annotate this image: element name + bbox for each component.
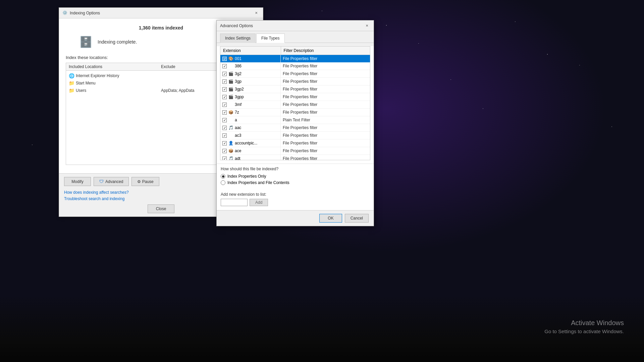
ok-button[interactable]: OK — [319, 214, 342, 223]
location-startmenu: 📁 Start Menu — [69, 80, 161, 86]
file-type-icon: 📦 — [228, 148, 233, 153]
file-type-filter: File Properties filter — [281, 139, 370, 147]
startmenu-location-name: Start Menu — [76, 81, 96, 85]
file-type-checkbox[interactable]: ✓ — [222, 95, 227, 99]
file-type-checkbox[interactable]: ✓ — [222, 79, 227, 84]
startmenu-icon: 📁 — [69, 80, 74, 86]
activate-windows-watermark: Activate Windows Go to Settings to activ… — [544, 318, 624, 336]
file-type-filter: Plain Text Filter — [281, 116, 370, 124]
location-users: 📁 Users — [69, 88, 161, 93]
file-table-row[interactable]: ✓386File Properties filter — [220, 62, 370, 70]
file-table-row[interactable]: ✓🎬3gp2File Properties filter — [220, 85, 370, 93]
users-icon: 📁 — [69, 88, 74, 93]
file-table-row[interactable]: ✓👤accountpic...File Properties filter — [220, 139, 370, 147]
extension-input[interactable] — [221, 199, 248, 206]
file-table-row[interactable]: ✓aPlain Text Filter — [220, 116, 370, 124]
activate-title: Activate Windows — [544, 318, 624, 328]
file-table-container[interactable]: Extension Filter Description ✓🎨001File P… — [220, 46, 370, 160]
advanced-dialog-titlebar: Advanced Options ✕ — [217, 20, 374, 31]
file-type-extension: 7z — [235, 110, 239, 115]
file-type-checkbox[interactable]: ✓ — [222, 118, 227, 122]
file-type-extension: a — [235, 118, 237, 122]
file-type-filter: File Properties filter — [281, 78, 370, 85]
tab-file-types-label: File Types — [261, 36, 279, 41]
pause-button[interactable]: ⚙ Pause — [131, 177, 159, 186]
file-type-icon: 🎵 — [228, 125, 233, 130]
file-type-checkbox[interactable]: ✓ — [222, 64, 227, 68]
file-type-filter: File Properties filter — [281, 147, 370, 155]
file-type-extension: 3gp — [235, 79, 241, 84]
indexing-title-area: ⚙️ Indexing Options — [62, 10, 100, 16]
tab-index-settings-label: Index Settings — [225, 36, 251, 41]
file-table-row[interactable]: ✓🎵aacFile Properties filter — [220, 124, 370, 132]
filter-column-header: Filter Description — [281, 47, 370, 55]
file-type-filter: File Properties filter — [281, 101, 370, 109]
file-type-checkbox[interactable]: ✓ — [222, 57, 227, 61]
file-type-extension: 386 — [235, 64, 241, 68]
indexing-window-controls: ✕ — [253, 10, 260, 16]
file-type-checkbox[interactable]: ✓ — [222, 87, 227, 92]
modify-button[interactable]: Modify — [64, 177, 91, 186]
file-type-extension: 3gpp — [235, 95, 244, 99]
file-type-extension: ac3 — [235, 133, 241, 138]
tabs-bar: Index Settings File Types — [217, 31, 374, 43]
pause-button-label: Pause — [142, 179, 154, 184]
file-table-row[interactable]: ✓3mfFile Properties filter — [220, 101, 370, 109]
advanced-close-button[interactable]: ✕ — [364, 22, 370, 29]
file-type-icon: 📦 — [228, 110, 233, 115]
radio-option-contents: Index Properties and File Contents — [221, 180, 370, 185]
add-extension-row: Add — [221, 199, 370, 206]
tab-index-settings[interactable]: Index Settings — [220, 34, 256, 43]
indexing-close-button[interactable]: ✕ — [253, 10, 260, 16]
users-location-name: Users — [76, 88, 86, 93]
file-type-filter: File Properties filter — [281, 93, 370, 101]
file-type-checkbox[interactable]: ✓ — [222, 149, 227, 153]
shield-icon: 🛡 — [99, 179, 104, 184]
indexing-window-title: Indexing Options — [70, 11, 100, 15]
file-type-checkbox[interactable]: ✓ — [222, 141, 227, 145]
file-type-extension: 3mf — [235, 102, 241, 107]
file-table-row[interactable]: ✓🎬3g2File Properties filter — [220, 70, 370, 78]
tab-file-types[interactable]: File Types — [256, 34, 284, 43]
indexing-status-icon: 🗄️ — [79, 36, 93, 48]
radio-properties-only[interactable] — [221, 174, 225, 179]
file-type-icon: 🎵 — [228, 156, 233, 160]
file-type-filter: File Properties filter — [281, 124, 370, 132]
file-type-checkbox[interactable]: ✓ — [222, 133, 227, 138]
file-table-row[interactable]: ✓🎬3gpFile Properties filter — [220, 78, 370, 85]
add-extension-button[interactable]: Add — [250, 199, 268, 206]
index-question: How should this file be indexed? — [221, 167, 370, 171]
file-type-icon: 🎬 — [228, 71, 233, 76]
radio-properties-contents[interactable] — [221, 180, 225, 185]
file-type-filter: File Properties filter — [281, 55, 370, 63]
file-table-row[interactable]: ✓📦aceFile Properties filter — [220, 147, 370, 155]
indexing-status-text: Indexing complete. — [98, 39, 137, 45]
radio-properties-only-label: Index Properties Only — [227, 174, 266, 179]
file-type-filter: File Properties filter — [281, 109, 370, 116]
file-type-extension: accountpic... — [235, 141, 257, 145]
dialog-content: Extension Filter Description ✓🎨001File P… — [217, 46, 374, 210]
file-table-row[interactable]: ✓🎨001File Properties filter — [220, 55, 370, 63]
file-type-icon: 🎨 — [228, 56, 233, 61]
file-type-icon: 🎬 — [228, 87, 233, 92]
advanced-button[interactable]: 🛡 Advanced — [94, 177, 129, 186]
indexing-close-btn[interactable]: Close — [148, 204, 174, 213]
file-type-checkbox[interactable]: ✓ — [222, 157, 227, 161]
indexing-window-icon: ⚙️ — [62, 10, 68, 16]
ext-column-header: Extension — [220, 47, 281, 55]
file-type-checkbox[interactable]: ✓ — [222, 72, 227, 76]
pause-icon: ⚙ — [137, 179, 141, 184]
cancel-button[interactable]: Cancel — [345, 214, 369, 223]
file-table-row[interactable]: ✓ac3File Properties filter — [220, 132, 370, 139]
file-type-checkbox[interactable]: ✓ — [222, 110, 227, 115]
file-type-extension: ace — [235, 148, 241, 153]
file-table-row[interactable]: ✓📦7zFile Properties filter — [220, 109, 370, 116]
file-type-checkbox[interactable]: ✓ — [222, 103, 227, 107]
file-table-row[interactable]: ✓🎵adtFile Properties filter — [220, 155, 370, 161]
file-type-checkbox[interactable]: ✓ — [222, 126, 227, 130]
file-type-filter: File Properties filter — [281, 85, 370, 93]
file-type-extension: aac — [235, 125, 241, 130]
advanced-options-dialog: Advanced Options ✕ Index Settings File T… — [216, 20, 374, 226]
file-table-row[interactable]: ✓🎬3gppFile Properties filter — [220, 93, 370, 101]
file-type-filter: File Properties filter — [281, 62, 370, 70]
